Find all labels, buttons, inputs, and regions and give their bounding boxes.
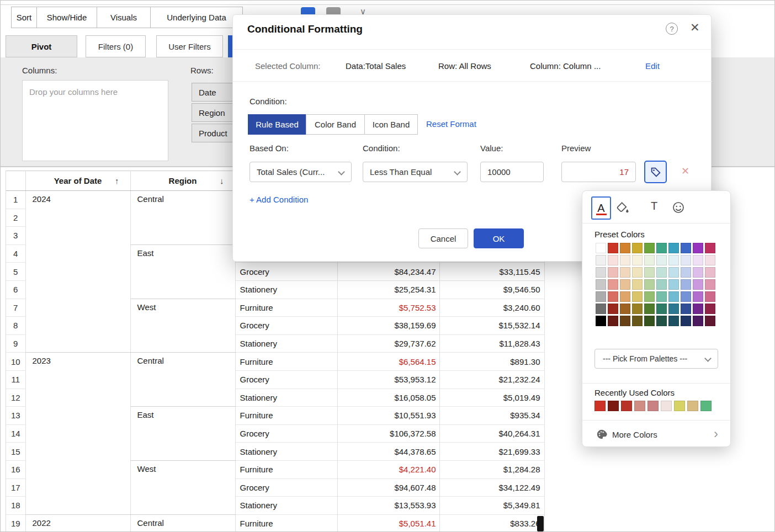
- color-swatch[interactable]: [693, 267, 703, 278]
- color-swatch[interactable]: [608, 304, 618, 314]
- cell-value2[interactable]: $5,019.49: [439, 389, 544, 407]
- color-swatch[interactable]: [668, 243, 679, 253]
- toolbar-button-visuals[interactable]: Visuals: [97, 7, 151, 28]
- cell-product[interactable]: Stationery: [235, 497, 337, 515]
- toolbar-button-show-hide[interactable]: Show/Hide: [36, 7, 97, 28]
- color-swatch[interactable]: [608, 255, 618, 265]
- color-swatch[interactable]: [644, 291, 655, 302]
- cell-year[interactable]: 2023: [25, 353, 130, 514]
- color-swatch[interactable]: [632, 255, 643, 265]
- cell-value2[interactable]: $935.34: [439, 407, 544, 425]
- color-swatch[interactable]: [656, 255, 667, 265]
- cell-product[interactable]: Stationery: [235, 443, 337, 461]
- cell-value2[interactable]: $15,532.14: [439, 317, 544, 335]
- help-icon[interactable]: ?: [666, 23, 678, 35]
- cell-total-sales[interactable]: $44,378.65: [337, 443, 439, 461]
- emoji-tab[interactable]: [672, 201, 685, 216]
- color-swatch[interactable]: [644, 243, 655, 253]
- color-swatch[interactable]: [693, 304, 703, 314]
- cell-total-sales[interactable]: $10,551.93: [337, 407, 439, 425]
- cell-region[interactable]: East: [130, 407, 235, 461]
- tab-filters-[interactable]: Filters (0): [86, 35, 146, 57]
- color-swatch[interactable]: [632, 267, 643, 278]
- color-swatch[interactable]: [656, 291, 667, 302]
- cell-value2[interactable]: $21,699.33: [439, 443, 544, 461]
- color-swatch[interactable]: [596, 316, 606, 326]
- recent-color-swatch[interactable]: [621, 401, 632, 411]
- value-input[interactable]: 10000: [480, 162, 544, 182]
- color-swatch[interactable]: [656, 267, 667, 278]
- mode-rule-based[interactable]: Rule Based: [248, 114, 306, 135]
- cell-total-sales[interactable]: $6,564.15: [337, 353, 439, 371]
- color-swatch[interactable]: [644, 304, 655, 314]
- cell-total-sales[interactable]: $53,953.12: [337, 370, 439, 389]
- cell-value2[interactable]: $3,240.60: [439, 299, 544, 317]
- cell-total-sales[interactable]: $13,553.93: [337, 497, 439, 515]
- color-swatch[interactable]: [693, 255, 703, 265]
- color-swatch[interactable]: [644, 279, 655, 290]
- color-swatch[interactable]: [656, 279, 667, 290]
- color-swatch[interactable]: [620, 255, 630, 265]
- color-swatch[interactable]: [656, 304, 667, 314]
- cell-product[interactable]: Furniture: [235, 299, 337, 317]
- color-swatch[interactable]: [596, 304, 606, 314]
- color-swatch[interactable]: [644, 316, 655, 326]
- color-swatch[interactable]: [656, 316, 667, 326]
- color-swatch[interactable]: [681, 243, 691, 253]
- cell-year[interactable]: 2022: [25, 514, 130, 532]
- color-swatch[interactable]: [596, 291, 606, 302]
- color-swatch[interactable]: [668, 279, 679, 290]
- color-swatch[interactable]: [705, 255, 715, 265]
- cell-year[interactable]: 2024: [25, 191, 130, 353]
- color-swatch[interactable]: [596, 255, 606, 265]
- color-swatch[interactable]: [668, 255, 679, 265]
- color-swatch[interactable]: [705, 291, 715, 302]
- cell-region[interactable]: West: [130, 460, 235, 514]
- cell-total-sales[interactable]: $25,254.31: [337, 280, 439, 299]
- cell-total-sales[interactable]: $4,221.40: [337, 460, 439, 478]
- color-swatch[interactable]: [705, 316, 715, 326]
- text-format-tab[interactable]: T: [651, 200, 657, 212]
- font-color-tab[interactable]: A: [591, 196, 611, 220]
- color-swatch[interactable]: [693, 279, 703, 290]
- more-colors-item[interactable]: More Colors ›: [582, 423, 730, 446]
- color-swatch[interactable]: [608, 267, 618, 278]
- recent-color-swatch[interactable]: [700, 401, 712, 411]
- color-swatch[interactable]: [608, 316, 618, 326]
- color-swatch[interactable]: [620, 279, 630, 290]
- color-swatch[interactable]: [632, 291, 643, 302]
- color-swatch[interactable]: [608, 279, 618, 290]
- region-column-header[interactable]: Region ↓: [130, 171, 235, 191]
- recent-color-swatch[interactable]: [674, 401, 685, 411]
- color-swatch[interactable]: [681, 304, 691, 314]
- color-swatch[interactable]: [693, 243, 703, 253]
- color-swatch[interactable]: [620, 267, 630, 278]
- cell-value2[interactable]: $1,284.28: [439, 460, 544, 478]
- palettes-dropdown[interactable]: --- Pick From Palettes ---: [594, 349, 718, 369]
- color-swatch[interactable]: [608, 243, 618, 253]
- color-swatch[interactable]: [668, 304, 679, 314]
- sort-descending-icon[interactable]: ↓: [220, 176, 224, 185]
- cancel-button[interactable]: Cancel: [418, 228, 468, 248]
- cell-region[interactable]: Central: [130, 514, 235, 532]
- color-swatch[interactable]: [693, 316, 703, 326]
- recent-color-swatch[interactable]: [647, 401, 659, 411]
- recent-color-swatch[interactable]: [608, 401, 619, 411]
- cell-total-sales[interactable]: $16,058.05: [337, 389, 439, 407]
- color-swatch[interactable]: [596, 279, 606, 290]
- color-swatch[interactable]: [620, 243, 630, 253]
- tab-pivot[interactable]: Pivot: [6, 35, 77, 57]
- cell-total-sales[interactable]: $5,752.53: [337, 299, 439, 317]
- cell-region[interactable]: West: [130, 299, 235, 353]
- color-swatch[interactable]: [705, 304, 715, 314]
- color-swatch[interactable]: [705, 267, 715, 278]
- cell-region[interactable]: Central: [130, 353, 235, 407]
- toolbar-button-sort[interactable]: Sort: [11, 7, 37, 28]
- cell-region[interactable]: Central: [130, 191, 235, 245]
- close-icon[interactable]: ✕: [690, 21, 700, 34]
- cell-product[interactable]: Grocery: [235, 478, 337, 497]
- color-swatch[interactable]: [620, 316, 630, 326]
- table-scrollbar-thumb[interactable]: [537, 516, 544, 531]
- recent-color-swatch[interactable]: [687, 401, 698, 411]
- cell-product[interactable]: Grocery: [235, 263, 337, 281]
